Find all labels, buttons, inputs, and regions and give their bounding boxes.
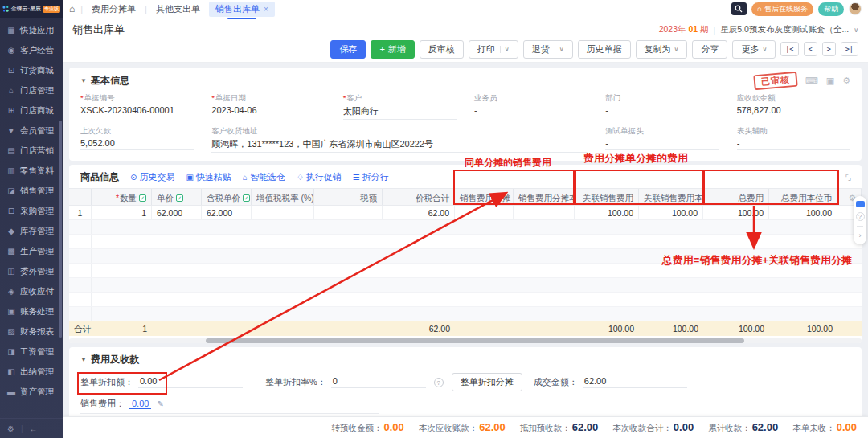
col-total-with-tax[interactable]: 价税合计 [383, 189, 455, 205]
linked-sales-fee-base-cell[interactable]: 100.00 [639, 206, 703, 219]
history-bills-button[interactable]: 历史单据 [578, 40, 631, 59]
sidebar-item-store-marketing[interactable]: ▤门店营销 [0, 141, 63, 161]
tax-amount-cell[interactable] [314, 206, 383, 219]
sidebar-item-outsourcing-mgmt[interactable]: ◫委外管理 [0, 261, 63, 281]
total-fee-base-cell[interactable]: 100.00 [769, 206, 837, 219]
unit-price-cell[interactable]: 62.000 [152, 206, 202, 219]
empty-table-row[interactable] [69, 307, 862, 321]
vat-rate-cell[interactable] [252, 206, 314, 219]
col-linked-sales-fee[interactable]: 关联销售费用 [575, 189, 639, 205]
tab-fee-allocation[interactable]: 费用分摊单 [88, 2, 139, 17]
sidebar-item-cashier-mgmt[interactable]: ◧出纳管理 [0, 362, 63, 382]
template-icon[interactable]: ▣ [826, 76, 834, 86]
header-aux-input[interactable]: - [737, 137, 850, 150]
first-record-button[interactable]: |< [780, 42, 798, 56]
expand-table-icon[interactable]: ⌜⌟ [845, 174, 850, 182]
tab-sales-outbound[interactable]: 销售出库单× [209, 2, 275, 17]
sidebar-item-finance-reports[interactable]: ▧财务报表 [0, 321, 63, 342]
sidebar-item-order-mall[interactable]: ⊡订货商城 [0, 60, 63, 80]
sidebar-item-ar-ap[interactable]: ◈应收应付 [0, 281, 63, 301]
collapse-triangle-icon[interactable]: ▼ [80, 77, 87, 84]
discount-rate-input[interactable]: 0 [331, 376, 426, 388]
account-set-selector[interactable]: 星辰5.0预发布灰度测试账套（全... [720, 24, 849, 35]
sidebar-item-inventory-mgmt[interactable]: ◆库存管理 [0, 221, 63, 241]
horizontal-scrollbar-thumb[interactable] [206, 338, 744, 343]
table-row[interactable]: 1 1 62.000 62.000 62.00 100.00 100.00 10… [69, 206, 862, 220]
close-icon[interactable]: × [264, 5, 268, 14]
discount-amount-input[interactable]: 0.00 [138, 376, 243, 388]
checkbox-icon[interactable]: ✓ [243, 194, 250, 202]
tax-price-cell[interactable]: 62.000 [202, 206, 252, 219]
sidebar-item-quick-apps[interactable]: ▦快捷应用 [0, 20, 63, 40]
user-avatar[interactable] [849, 2, 862, 15]
history-trade-link[interactable]: ⊙历史交易 [130, 171, 174, 183]
run-promotion-link[interactable]: ♢执行促销 [297, 171, 342, 183]
col-qty[interactable]: *数量✓ [92, 189, 152, 205]
add-new-button[interactable]: +新增 [371, 40, 414, 59]
col-total-fee[interactable]: 总费用 [703, 189, 769, 205]
sales-fee-share-base-cell[interactable] [514, 206, 575, 219]
empty-table-row[interactable] [69, 235, 862, 249]
checkbox-icon[interactable]: ✓ [176, 194, 183, 202]
return-goods-button[interactable]: 退货∨ [523, 40, 573, 59]
smart-warehouse-link[interactable]: ⌂智能选仓 [243, 171, 285, 183]
tab-other-expense[interactable]: 其他支出单 [153, 2, 203, 17]
sidebar-item-accounting[interactable]: ▣账务处理 [0, 301, 63, 321]
search-button[interactable] [731, 2, 747, 15]
unaudit-button[interactable]: 反审核 [420, 40, 464, 59]
next-record-button[interactable]: > [822, 42, 836, 56]
quick-paste-link[interactable]: ▣快速粘贴 [186, 171, 231, 183]
sidebar-item-production-mgmt[interactable]: ▩生产管理 [0, 241, 63, 261]
help-button[interactable]: 帮助 [818, 2, 844, 16]
sidebar-item-store-mall[interactable]: ⊞门店商城 [0, 100, 63, 121]
col-tax-amount[interactable]: 税额 [314, 189, 383, 205]
sidebar-scrollbar[interactable] [59, 121, 62, 338]
keyboard-icon[interactable]: ⌨ [805, 76, 818, 86]
col-tax-price[interactable]: 含税单价✓ [202, 189, 252, 205]
last-record-button[interactable]: >| [841, 42, 858, 56]
col-unit-price[interactable]: 单价✓ [152, 189, 202, 205]
split-row-link[interactable]: ☰拆分行 [353, 171, 389, 183]
empty-table-row[interactable] [69, 249, 862, 264]
home-icon[interactable]: ⌂ [69, 3, 75, 14]
share-button[interactable]: 分享 [692, 40, 727, 59]
department-input[interactable]: - [605, 104, 719, 117]
aftersale-service-button[interactable]: ∩售后在线服务 [751, 2, 813, 16]
qty-cell[interactable]: 1 [92, 206, 152, 219]
total-fee-cell[interactable]: 100.00 [703, 206, 769, 219]
sidebar-item-member-mgmt[interactable]: ♥会员管理 [0, 121, 63, 141]
sidebar-item-customer-ops[interactable]: ◉客户经营 [0, 40, 63, 60]
collapse-sidebar-icon[interactable]: ← [30, 424, 38, 433]
print-button[interactable]: 打印∨ [469, 40, 518, 59]
chevron-down-icon[interactable]: ∨ [854, 27, 858, 34]
sales-fee-link[interactable]: 0.00 [129, 399, 151, 409]
test-header-input[interactable]: - [605, 137, 719, 150]
col-total-fee-base[interactable]: 总费用本位币 [769, 189, 837, 205]
whole-order-discount-share-button[interactable]: 整单折扣分摊 [452, 373, 522, 391]
sidebar-item-sales-mgmt[interactable]: ◪销售管理 [0, 181, 63, 201]
copy-as-button[interactable]: 复制为∨ [636, 40, 688, 59]
settings-gear-icon[interactable]: ⚙ [7, 424, 14, 433]
bill-date-input[interactable]: 2023-04-06 [211, 104, 325, 117]
sidebar-item-payroll-mgmt[interactable]: ◨工资管理 [0, 342, 63, 362]
empty-table-row[interactable] [69, 278, 862, 293]
col-sales-fee-share-base[interactable]: 销售费用分摊本位币 [514, 189, 575, 205]
customer-input[interactable]: 太阳商行 [343, 104, 457, 120]
sidebar-item-retail-data[interactable]: ▥零售资料 [0, 161, 63, 181]
shipping-address-input[interactable]: 顾鸿晖，131*****123，中国广东省深圳市南山区20222号 [211, 137, 588, 153]
question-help-icon[interactable]: ? [856, 212, 865, 221]
horizontal-scrollbar-track[interactable] [69, 338, 862, 343]
sales-fee-share-cell[interactable] [455, 206, 514, 219]
total-with-tax-cell[interactable]: 62.00 [383, 206, 455, 219]
linked-sales-fee-cell[interactable]: 100.00 [575, 206, 639, 219]
edit-pencil-icon[interactable]: ✎ [157, 399, 163, 408]
col-sales-fee-share[interactable]: 销售费用分摊 [455, 189, 514, 205]
bill-no-input[interactable]: XSCK-20230406-00001 [80, 104, 194, 117]
card-settings-gear-icon[interactable]: ⚙ [842, 76, 850, 86]
empty-table-row[interactable] [69, 293, 862, 307]
sidebar-item-purchase-mgmt[interactable]: ⊟采购管理 [0, 201, 63, 221]
empty-table-row[interactable] [69, 220, 862, 235]
sidebar-item-store-mgmt[interactable]: ⌂门店管理 [0, 80, 63, 100]
sidebar-item-asset-mgmt[interactable]: ▬资产管理 [0, 382, 63, 402]
more-button[interactable]: 更多∨ [732, 40, 776, 59]
